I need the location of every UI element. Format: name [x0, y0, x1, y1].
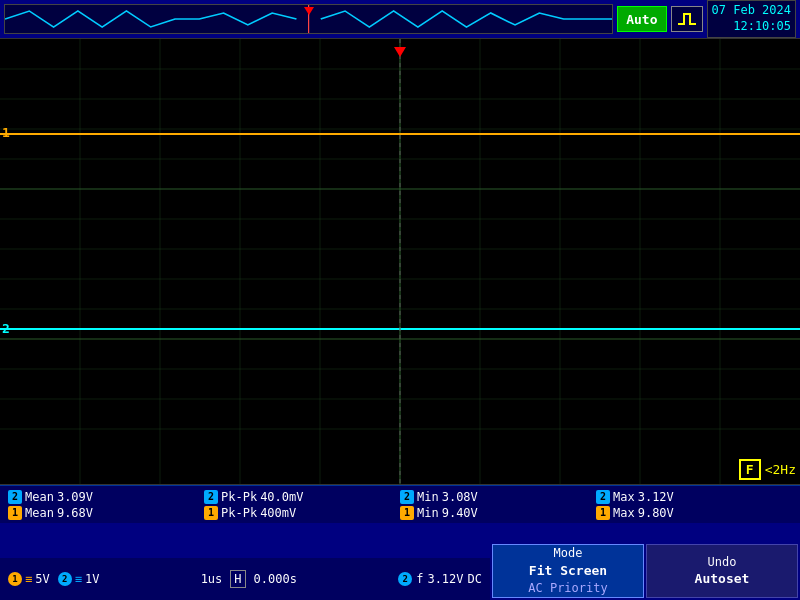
ch2-mean-label: Mean: [25, 490, 54, 504]
ch1-min: 1 Min 9.40V: [400, 506, 596, 520]
datetime-box: 07 Feb 2024 12:10:05: [707, 0, 796, 37]
time-display: 12:10:05: [712, 19, 791, 35]
auto-button[interactable]: Auto: [617, 6, 666, 32]
f-badge-area: F <2Hz: [739, 459, 796, 480]
ch2-scale-item: 2 ≡ 1V: [58, 572, 100, 586]
ch1-pkpk: 1 Pk-Pk 400mV: [204, 506, 400, 520]
ch1-min-label: Min: [417, 506, 439, 520]
ch2-freq-badge: 2: [398, 572, 412, 586]
freq-display: <2Hz: [765, 462, 796, 477]
waveform-preview: [4, 4, 613, 34]
mode-fit-button[interactable]: Mode Fit Screen AC Priority: [492, 544, 644, 598]
ch2-badge-min: 2: [400, 490, 414, 504]
ch1-badge-mean: 1: [8, 506, 22, 520]
ch1-marker: 1: [2, 125, 10, 140]
ch2-badge-pkpk: 2: [204, 490, 218, 504]
ch2-freq-value: 3.12V: [427, 572, 463, 586]
right-buttons: Mode Fit Screen AC Priority Undo Autoset: [490, 542, 800, 600]
scope-display: 1 2 F <2Hz: [0, 38, 800, 485]
ch2-freq-area: 2 f 3.12V DC: [398, 572, 482, 586]
stats-bar: 2 Mean 3.09V 2 Pk-Pk 40.0mV 2 Min 3.08V …: [0, 485, 800, 523]
ch1-max-label: Max: [613, 506, 635, 520]
ch1-pkpk-label: Pk-Pk: [221, 506, 257, 520]
ch1-pkpk-value: 400mV: [260, 506, 296, 520]
time-center: 1us H 0.000s: [107, 570, 390, 588]
ch2-pkpk: 2 Pk-Pk 40.0mV: [204, 490, 400, 504]
ch2-badge-mean: 2: [8, 490, 22, 504]
ch2-marker: 2: [2, 321, 10, 336]
ch2-min-label: Min: [417, 490, 439, 504]
ch1-max-value: 9.80V: [638, 506, 674, 520]
ch2-badge-max: 2: [596, 490, 610, 504]
ch1-mean-label: Mean: [25, 506, 54, 520]
ch1-badge-pkpk: 1: [204, 506, 218, 520]
ch1-scale-badge: 1: [8, 572, 22, 586]
ch2-max-value: 3.12V: [638, 490, 674, 504]
ch1-mean-value: 9.68V: [57, 506, 93, 520]
mode-line3: AC Priority: [528, 580, 607, 597]
stats-row-ch1: 1 Mean 9.68V 1 Pk-Pk 400mV 1 Min 9.40V 1…: [0, 505, 800, 521]
ch1-wave-icon: ≡: [25, 572, 32, 586]
ch2-mean: 2 Mean 3.09V: [8, 490, 204, 504]
date-display: 07 Feb 2024: [712, 3, 791, 19]
ch2-mean-value: 3.09V: [57, 490, 93, 504]
trigger-marker: [304, 7, 314, 15]
time-bar: 1 ≡ 5V 2 ≡ 1V 1us H 0.000s 2 f 3.12V DC: [0, 558, 490, 600]
f-badge: F: [739, 459, 761, 480]
trigger-position: [394, 47, 406, 57]
mode-line1: Mode: [554, 545, 583, 562]
ch1-scale-item: 1 ≡ 5V: [8, 572, 50, 586]
ch2-freq-icon: f: [416, 572, 423, 586]
undo-line2: Autoset: [695, 570, 750, 588]
ch2-max: 2 Max 3.12V: [596, 490, 792, 504]
ch1-mean: 1 Mean 9.68V: [8, 506, 204, 520]
ch1-badge-max: 1: [596, 506, 610, 520]
trigger-icon: [671, 6, 703, 32]
ch1-badge-min: 1: [400, 506, 414, 520]
ch2-scale-badge: 2: [58, 572, 72, 586]
ch1-min-value: 9.40V: [442, 506, 478, 520]
undo-autoset-button[interactable]: Undo Autoset: [646, 544, 798, 598]
ch2-min: 2 Min 3.08V: [400, 490, 596, 504]
undo-line1: Undo: [708, 554, 737, 571]
trigger-h-icon: H: [230, 570, 245, 588]
grid-canvas: [0, 39, 800, 484]
mode-line2: Fit Screen: [529, 562, 607, 580]
ch2-max-label: Max: [613, 490, 635, 504]
timebase-val: 1us: [201, 572, 223, 586]
ch2-dc-label: DC: [468, 572, 482, 586]
ch2-pkpk-value: 40.0mV: [260, 490, 303, 504]
ch2-pkpk-label: Pk-Pk: [221, 490, 257, 504]
ch1-max: 1 Max 9.80V: [596, 506, 792, 520]
ch1-scale-val: 5V: [35, 572, 49, 586]
stats-row-ch2: 2 Mean 3.09V 2 Pk-Pk 40.0mV 2 Min 3.08V …: [0, 489, 800, 505]
top-bar: Auto 07 Feb 2024 12:10:05: [0, 0, 800, 38]
ch2-min-value: 3.08V: [442, 490, 478, 504]
offset-val: 0.000s: [254, 572, 297, 586]
ch2-wave-icon: ≡: [75, 572, 82, 586]
ch2-scale-val: 1V: [85, 572, 99, 586]
